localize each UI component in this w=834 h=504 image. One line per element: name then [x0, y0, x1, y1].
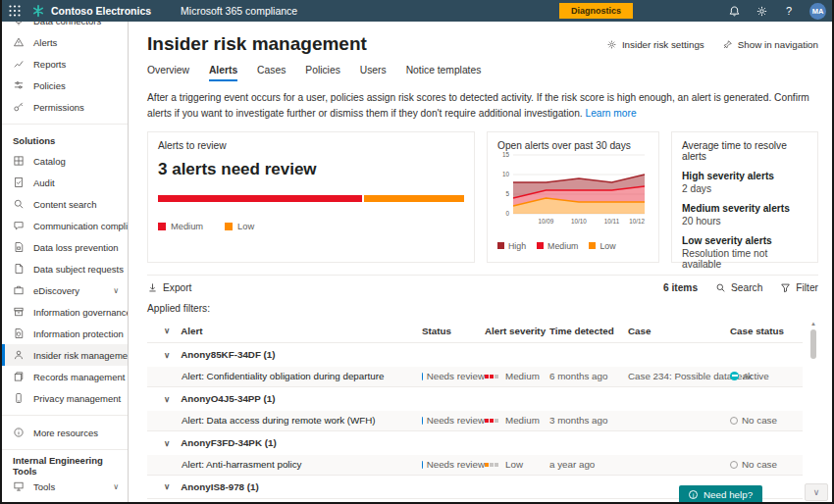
tab-users[interactable]: Users: [360, 65, 387, 81]
alert-title: Alert: Confidentiality obligation during…: [147, 371, 422, 381]
alert-status: Needs review: [422, 459, 485, 470]
data-loss-prevention-icon: [13, 241, 25, 253]
time-detected: 3 months ago: [549, 415, 628, 426]
information-governance-icon: [13, 306, 25, 318]
status-dot-icon: [422, 461, 423, 469]
case-status: No case: [730, 459, 803, 470]
help-question-icon[interactable]: ?: [782, 4, 796, 18]
case-status: Active: [730, 371, 803, 381]
sidebar-item-data-loss-prevention[interactable]: Data loss prevention: [2, 236, 128, 258]
alerts-need-review-headline: 3 alerts need review: [158, 160, 464, 179]
case-name: Case 234: Possible data leak: [628, 371, 730, 381]
insider-risk-settings-link[interactable]: Insider risk settings: [606, 39, 704, 50]
tools-icon: [13, 480, 25, 492]
tab-policies[interactable]: Policies: [305, 65, 339, 81]
applied-filters-label: Applied filters:: [147, 303, 818, 314]
sidebar-item-tools[interactable]: Tools∨: [2, 476, 128, 497]
svg-text:10: 10: [502, 171, 510, 177]
tab-cases[interactable]: Cases: [257, 65, 286, 81]
tenant-name: Contoso Electronics: [51, 5, 151, 17]
diagnostics-button[interactable]: Diagnostics: [559, 3, 633, 19]
sidebar-item-insider-risk-management[interactable]: Insider risk management: [2, 344, 128, 366]
alert-row[interactable]: Alert: Confidentiality obligation during…: [147, 367, 803, 387]
user-avatar[interactable]: MA: [809, 3, 826, 20]
chevron-down-icon: ∨: [113, 286, 119, 295]
column-header-case-status[interactable]: Case status: [730, 326, 803, 336]
tab-notice-templates[interactable]: Notice templates: [406, 65, 482, 81]
sidebar-item-privacy-management[interactable]: Privacy management: [2, 387, 128, 409]
severity-squares-icon: [485, 419, 498, 423]
feedback-collapse-button[interactable]: ∨: [805, 483, 828, 501]
svg-text:15: 15: [502, 151, 510, 158]
tab-alerts[interactable]: Alerts: [209, 65, 237, 81]
sidebar-item-reports[interactable]: Reports: [2, 53, 128, 75]
sidebar-item-communication-compliance[interactable]: Communication compliance: [2, 215, 128, 236]
status-dot-icon: [422, 373, 423, 380]
export-button[interactable]: Export: [147, 282, 191, 293]
alert-status: Needs review: [422, 415, 485, 426]
reports-icon: [13, 58, 25, 70]
sidebar-item-audit[interactable]: Audit: [2, 172, 128, 193]
alert-row[interactable]: Alert: Data access during remote work (W…: [147, 411, 803, 431]
group-row[interactable]: ∨Anony85KF-34DF (1): [147, 343, 803, 367]
column-header-status[interactable]: Status: [422, 326, 485, 336]
sidebar-item-policies[interactable]: Policies: [2, 75, 128, 96]
column-header-case[interactable]: Case: [628, 326, 730, 336]
table-toolbar: Export 6 items Search Filter: [147, 282, 818, 293]
sidebar-item-alerts[interactable]: Alerts: [2, 31, 128, 53]
avg-card-title: Average time to resolve alerts: [682, 140, 808, 162]
sidebar-section-header: Internal Engineering Tools: [2, 456, 128, 476]
gear-icon: [606, 39, 617, 50]
settings-gear-icon[interactable]: [755, 4, 768, 18]
search-button[interactable]: Search: [715, 282, 762, 293]
audit-icon: [13, 176, 25, 188]
legend-item-low: Low: [225, 222, 254, 231]
alert-row[interactable]: Alert: Anti-harrasment policyNeeds revie…: [147, 455, 803, 476]
sidebar-item-catalog[interactable]: Catalog: [2, 150, 128, 172]
items-count: 6 items: [663, 282, 698, 293]
sidebar-item-ediscovery[interactable]: eDiscovery∨: [2, 279, 128, 301]
tab-bar: OverviewAlertsCasesPoliciesUsersNotice t…: [147, 65, 818, 81]
time-detected: a year ago: [549, 459, 628, 470]
scrollbar-thumb[interactable]: [810, 329, 816, 359]
table-header-row: ∨AlertStatusAlert severityTime detectedC…: [147, 320, 803, 343]
table-scrollbar[interactable]: ▲ ▼: [808, 320, 818, 499]
alert-title: Alert: Data access during remote work (W…: [147, 415, 422, 426]
sidebar-item-data-connectors[interactable]: Data connectors: [2, 22, 128, 31]
alert-status: Needs review: [422, 371, 485, 381]
sidebar-item-permissions[interactable]: Permissions: [2, 96, 128, 118]
pin-icon: [722, 39, 733, 50]
filter-button[interactable]: Filter: [780, 282, 818, 293]
app-title[interactable]: Microsoft 365 compliance: [181, 5, 297, 17]
sidebar-section-header: Solutions: [2, 130, 128, 150]
tab-overview[interactable]: Overview: [147, 65, 189, 81]
info-icon: i: [689, 490, 698, 499]
show-in-navigation-link[interactable]: Show in navigation: [722, 39, 818, 50]
learn-more-link[interactable]: Learn more: [585, 108, 636, 119]
sidebar-item-data-subject-requests[interactable]: Data subject requests: [2, 258, 128, 279]
column-header-alert[interactable]: ∨Alert: [147, 326, 422, 336]
svg-text:10/12: 10/12: [629, 218, 645, 225]
sidebar-item-information-governance[interactable]: Information governance: [2, 301, 128, 323]
sidebar-item-information-protection[interactable]: Information protection: [2, 323, 128, 344]
svg-text:5: 5: [505, 190, 509, 197]
privacy-management-icon: [13, 392, 25, 404]
severity-stacked-bar: [158, 195, 464, 202]
scroll-up-icon[interactable]: ▲: [810, 320, 816, 328]
time-detected: 6 months ago: [549, 371, 628, 381]
policies-icon: [13, 79, 25, 91]
avg-value: 2 days: [682, 183, 808, 194]
sidebar-item-content-search[interactable]: Content search: [2, 193, 128, 215]
need-help-button[interactable]: i Need help?: [679, 485, 762, 504]
sidebar-item-more-resources[interactable]: More resources: [2, 422, 128, 443]
group-row[interactable]: ∨AnonyF3FD-34PK (1): [147, 431, 803, 455]
column-header-alert-severity[interactable]: Alert severity: [485, 326, 549, 336]
left-nav: Data connectorsAlertsReportsPoliciesPerm…: [2, 22, 129, 502]
data-subject-requests-icon: [13, 263, 25, 275]
avg-value: 20 hours: [682, 216, 808, 227]
column-header-time-detected[interactable]: Time detected: [549, 326, 628, 336]
sidebar-item-records-management[interactable]: Records management: [2, 366, 128, 387]
waffle-menu-icon[interactable]: [2, 0, 27, 22]
notifications-bell-icon[interactable]: [727, 4, 741, 18]
group-row[interactable]: ∨AnonyO4J5-34PP (1): [147, 387, 803, 411]
